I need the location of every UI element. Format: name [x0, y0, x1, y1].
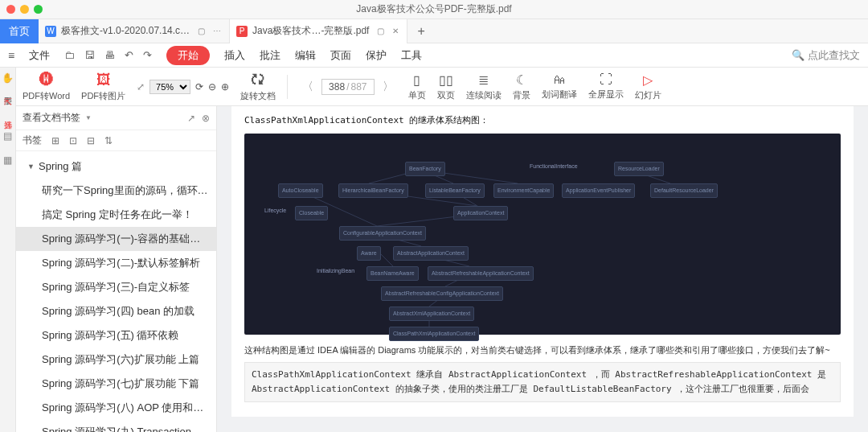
chevron-down-icon[interactable]: ▼ — [85, 114, 92, 121]
translate-icon: 🗛 — [553, 72, 566, 87]
zoom-out-icon[interactable]: ⊖ — [208, 81, 216, 93]
ribbon-annotate[interactable]: 批注 — [260, 48, 280, 63]
prev-page-icon[interactable]: 〈 — [299, 80, 317, 94]
close-window-icon[interactable] — [6, 5, 15, 14]
view-double-page[interactable]: ▯▯ 双页 — [437, 72, 455, 101]
diagram-node: Aware — [357, 246, 381, 261]
print-icon[interactable]: 🖶 — [104, 49, 115, 61]
diagram-node: DefaultResourceLoader — [650, 183, 718, 198]
diagram-node: ConfigurableApplicationContext — [339, 226, 426, 241]
next-page-icon[interactable]: 〉 — [379, 80, 397, 94]
ribbon-edit[interactable]: 编辑 — [295, 48, 316, 63]
bookmark-item[interactable]: 研究一下Spring里面的源码，循环… — [16, 179, 216, 203]
select-tool-icon[interactable]: ⇱ — [4, 95, 12, 109]
bookmark-item[interactable]: Spring 源码学习(九) Transaction … — [16, 420, 216, 432]
minimize-window-icon[interactable] — [20, 5, 29, 14]
slideshow-button[interactable]: ▷ 幻灯片 — [635, 72, 661, 101]
bookmark-item[interactable]: Spring 源码学习(二)-默认标签解析 — [16, 251, 216, 275]
bookmark-item[interactable]: Spring 源码学习(一)-容器的基础… — [16, 227, 216, 251]
bookmark-item[interactable]: Spring 源码学习(八) AOP 使用和… — [16, 396, 216, 420]
rotate-doc-button[interactable]: 🗘 旋转文档 — [240, 72, 276, 102]
view-continuous[interactable]: ≣ 连续阅读 — [466, 72, 502, 101]
compress-icon[interactable]: ⤢ — [137, 81, 145, 93]
play-icon: ▷ — [643, 72, 653, 88]
diagram-node: FunctionalInterface — [530, 162, 578, 171]
bookmark-item[interactable]: Spring 源码学习(五) 循环依赖 — [16, 323, 216, 348]
diagram-node: EnvironmentCapable — [493, 183, 554, 198]
save-icon[interactable]: 🖫 — [84, 49, 95, 61]
double-page-label: 双页 — [437, 89, 455, 101]
tab-close-icon[interactable]: ✕ — [392, 27, 399, 35]
file-menu[interactable]: 文件 — [29, 48, 50, 63]
bookmark-item[interactable]: 搞定 Spring 定时任务在此一举！ — [16, 203, 216, 227]
pdf-to-image-icon: 🖼 — [96, 72, 111, 88]
ribbon-insert[interactable]: 插入 — [224, 48, 245, 63]
file-tab-label: Java极客技术…-完整版.pdf — [252, 24, 369, 38]
diagram-node: InitializingBean — [317, 266, 354, 276]
zoom-in-icon[interactable]: ⊕ — [221, 81, 229, 93]
home-tab[interactable]: 首页 — [0, 19, 39, 43]
bookmark-item[interactable]: Spring 源码学习(四) bean 的加载 — [16, 299, 216, 323]
pdf-to-word-button[interactable]: 🅦 PDF转Word — [23, 72, 70, 102]
add-tab-button[interactable]: + — [407, 24, 434, 39]
page-viewer[interactable]: ClassPathXmlApplicationContext 的继承体系结构图：… — [217, 106, 868, 432]
diagram-node: AbstractRefreshableConfigApplicationCont… — [381, 286, 503, 301]
pdf-to-image-button[interactable]: 🖼 PDF转图片 — [81, 72, 125, 102]
file-tab-label: 极客推文-v1.0-2020.07.14.c… — [61, 24, 190, 38]
bookmark-item[interactable]: Spring 源码学习(三)-自定义标签 — [16, 275, 216, 299]
bookmark-tab[interactable]: 书签 — [23, 134, 42, 147]
ribbon-protect[interactable]: 保护 — [366, 48, 387, 63]
diagram-node: BeanFactory — [405, 162, 445, 176]
double-page-icon: ▯▯ — [439, 72, 453, 88]
page-current: 388 — [329, 81, 345, 93]
svg-line-9 — [381, 254, 393, 266]
tab-window-icon[interactable]: ▢ — [198, 27, 205, 35]
main-area: ✋ 手型 ⇱ 选择 ▤ ▦ 🅦 PDF转Word 🖼 PDF转图片 ⤢ 75% … — [0, 68, 868, 432]
refresh-icon[interactable]: ⟳ — [195, 81, 203, 93]
close-sidebar-icon[interactable]: ⊗ — [202, 113, 210, 124]
bookmarks-sidebar: 查看文档书签 ▼ ↗ ⊗ 书签 ⊞ ⊡ ⊟ ⇅ ▼ — [16, 106, 217, 432]
maximize-window-icon[interactable] — [34, 5, 43, 14]
undo-icon[interactable]: ↶ — [125, 49, 133, 61]
diagram-node: Lifecycle — [264, 206, 286, 216]
ribbon-tools[interactable]: 工具 — [401, 48, 422, 63]
sidebar-title[interactable]: 查看文档书签 — [23, 111, 80, 125]
page-number-box[interactable]: 388 / 887 — [321, 79, 374, 95]
diagram-node: ListableBeanFactory — [425, 183, 485, 198]
background-button[interactable]: ☾ 背景 — [513, 72, 530, 101]
hamburger-icon[interactable]: ≡ — [8, 49, 14, 62]
text-translate-button[interactable]: 🗛 划词翻译 — [542, 72, 577, 101]
hand-tool-icon[interactable]: ✋ — [2, 71, 14, 85]
diagram-node: Closeable — [295, 206, 328, 220]
fullscreen-button[interactable]: ⛶ 全屏显示 — [588, 72, 624, 101]
file-tab-pdf[interactable]: P Java极客技术…-完整版.pdf ▢ ✕ — [229, 19, 407, 43]
bookmark-del-icon[interactable]: ⊟ — [87, 135, 95, 146]
tab-window-icon[interactable]: ▢ — [377, 27, 384, 35]
bookmark-edit-icon[interactable]: ⊡ — [69, 135, 77, 146]
search-placeholder: 点此查找文 — [808, 48, 860, 63]
tab-row: 首页 W 极客推文-v1.0-2020.07.14.c… ▢ ⋯ P Java极… — [0, 19, 868, 43]
bookmark-root[interactable]: ▼ Spring 篇 — [16, 154, 216, 179]
redo-icon[interactable]: ↷ — [143, 49, 152, 61]
rotate-label: 旋转文档 — [240, 90, 276, 102]
ribbon-start[interactable]: 开始 — [166, 46, 210, 65]
popout-icon[interactable]: ↗ — [187, 113, 195, 124]
search-box[interactable]: 🔍 点此查找文 — [792, 48, 860, 63]
pdf-to-word-icon: 🅦 — [39, 72, 54, 88]
open-folder-icon[interactable]: 🗀 — [64, 49, 75, 61]
view-single-page[interactable]: ▯ 单页 — [408, 72, 426, 101]
bookmark-item[interactable]: Spring 源码学习(七)扩展功能 下篇 — [16, 372, 216, 396]
panel-icon-1[interactable]: ▤ — [3, 129, 12, 143]
toolbar: 🅦 PDF转Word 🖼 PDF转图片 ⤢ 75% ⟳ ⊖ ⊕ 🗘 旋转文档 — [16, 68, 868, 106]
zoom-select[interactable]: 75% — [149, 80, 190, 94]
slideshow-label: 幻灯片 — [635, 89, 661, 101]
bookmark-add-icon[interactable]: ⊞ — [51, 135, 59, 146]
pdf-page: ClassPathXmlApplicationContext 的继承体系结构图：… — [231, 106, 854, 417]
panel-icon-2[interactable]: ▦ — [3, 153, 12, 167]
file-tab-doc[interactable]: W 极客推文-v1.0-2020.07.14.c… ▢ ⋯ — [39, 19, 229, 43]
ribbon-pages[interactable]: 页面 — [330, 48, 351, 63]
bookmark-sort-icon[interactable]: ⇅ — [104, 135, 113, 146]
tab-menu-icon[interactable]: ⋯ — [213, 27, 221, 35]
collapse-icon[interactable]: ▼ — [27, 163, 35, 171]
bookmark-item[interactable]: Spring 源码学习(六)扩展功能 上篇 — [16, 348, 216, 372]
